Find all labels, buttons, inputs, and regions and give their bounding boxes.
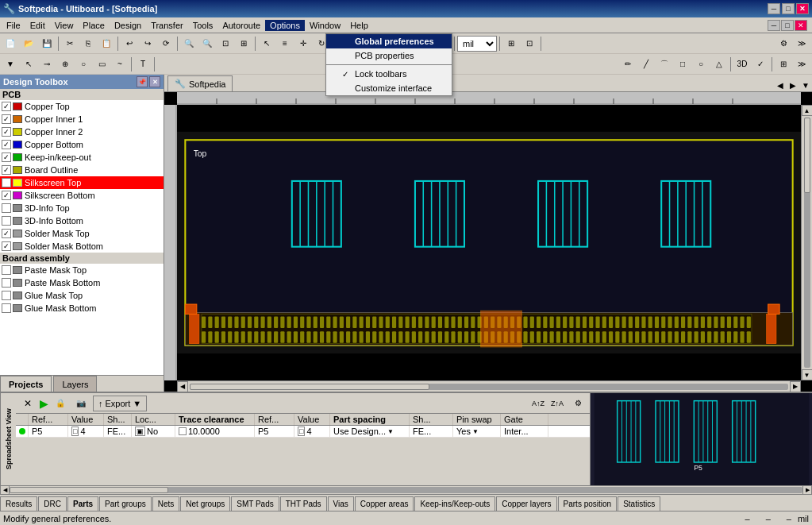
layer-glue-mask-bottom[interactable]: Glue Mask Bottom bbox=[0, 302, 164, 315]
unit-select[interactable]: mil mm bbox=[457, 36, 497, 52]
canvas-left-arrow[interactable]: ◀ bbox=[774, 79, 787, 91]
tb-undo[interactable]: ↩ bbox=[121, 35, 138, 52]
ss-scroll-left[interactable]: ◀ bbox=[0, 485, 10, 495]
menu-edit[interactable]: Edit bbox=[25, 20, 50, 31]
layer-board-outline[interactable]: ✓ Board Outline bbox=[0, 164, 164, 176]
tb-open[interactable]: 📂 bbox=[20, 35, 37, 52]
tb2-poly[interactable]: △ bbox=[710, 56, 728, 73]
btab-parts[interactable]: Parts bbox=[67, 496, 98, 511]
btab-statistics[interactable]: Statistics bbox=[618, 496, 660, 511]
checkbox-keepin[interactable]: ✓ bbox=[2, 152, 11, 162]
scroll-right-button[interactable]: ▶ bbox=[790, 381, 801, 392]
tb2-3d[interactable]: 3D bbox=[733, 56, 751, 73]
canvas-menu-arrow[interactable]: ▼ bbox=[799, 79, 812, 91]
checkbox-copper-bottom[interactable]: ✓ bbox=[2, 140, 11, 149]
menu-tools[interactable]: Tools bbox=[188, 20, 218, 31]
layer-silkscreen-top[interactable]: ✓ Silkscreen Top bbox=[0, 176, 164, 189]
checkbox-silkscreen-bottom[interactable]: ✓ bbox=[2, 191, 11, 200]
layer-paste-mask-top[interactable]: Paste Mask Top bbox=[0, 264, 164, 276]
btab-tht-pads[interactable]: THT Pads bbox=[280, 496, 327, 511]
btab-parts-position[interactable]: Parts position bbox=[558, 496, 618, 511]
scroll-left-button[interactable]: ◀ bbox=[177, 381, 188, 392]
tb2-rect[interactable]: □ bbox=[674, 56, 691, 73]
checkbox-solder-mask-bottom[interactable]: ✓ bbox=[2, 241, 11, 251]
layer-copper-bottom[interactable]: ✓ Copper Bottom bbox=[0, 138, 164, 151]
tb-extra1[interactable]: ⚙ bbox=[775, 35, 792, 52]
btab-copper-layers[interactable]: Copper layers bbox=[496, 496, 556, 511]
menu-view[interactable]: View bbox=[50, 20, 79, 31]
toolbox-close-button[interactable]: ✕ bbox=[149, 76, 160, 87]
checkbox-solder-mask-top[interactable]: ✓ bbox=[2, 229, 11, 238]
tb-cut[interactable]: ✂ bbox=[61, 35, 79, 52]
tb-new[interactable]: 📄 bbox=[2, 35, 19, 52]
ss-sort-az[interactable]: A↑Z bbox=[529, 395, 547, 412]
ss-scroll-thumb[interactable] bbox=[10, 487, 168, 493]
tb-save[interactable]: 💾 bbox=[38, 35, 56, 52]
checkbox-paste-mask-bottom[interactable] bbox=[2, 278, 11, 288]
tb-refresh[interactable]: ⟳ bbox=[157, 35, 175, 52]
tb2-route[interactable]: ~ bbox=[111, 56, 129, 73]
btab-net-groups[interactable]: Net groups bbox=[180, 496, 230, 511]
sub-close-button[interactable]: ✕ bbox=[795, 20, 807, 31]
tb2-filter[interactable]: ▼ bbox=[2, 56, 19, 73]
dropdown-pcb-properties[interactable]: PCB properties bbox=[326, 48, 452, 63]
checkbox-silkscreen-top[interactable]: ✓ bbox=[2, 178, 11, 187]
ss-sort-za[interactable]: Z↑A bbox=[548, 395, 566, 412]
layer-copper-top[interactable]: ✓ Copper Top bbox=[0, 100, 164, 113]
scroll-up-button[interactable]: ▲ bbox=[802, 105, 813, 116]
dropdown-global-preferences[interactable]: Global preferences bbox=[326, 34, 452, 48]
scroll-thumb-h[interactable] bbox=[190, 384, 429, 390]
spreadsheet-view-label[interactable]: Spreadsheet View bbox=[0, 393, 16, 485]
checkbox-3d-bottom[interactable] bbox=[2, 216, 11, 226]
scroll-thumb-v[interactable] bbox=[804, 118, 810, 193]
tb-zoom-select[interactable]: ⊞ bbox=[235, 35, 252, 52]
btab-copper-areas[interactable]: Copper areas bbox=[355, 496, 414, 511]
ss-camera-button[interactable]: 📷 bbox=[72, 395, 90, 412]
menu-transfer[interactable]: Transfer bbox=[146, 20, 188, 31]
btab-smt-pads[interactable]: SMT Pads bbox=[231, 496, 279, 511]
tb-snap[interactable]: ⊡ bbox=[521, 35, 538, 52]
toolbox-pin-button[interactable]: 📌 bbox=[137, 76, 148, 87]
scroll-track-v[interactable] bbox=[804, 118, 810, 368]
layer-keepin[interactable]: ✓ Keep-in/keep-out bbox=[0, 151, 164, 164]
layer-solder-mask-top[interactable]: ✓ Solder Mask Top bbox=[0, 227, 164, 240]
ss-scrollbar-h[interactable]: ◀ ▶ bbox=[0, 485, 812, 495]
btab-keepins-keepouts[interactable]: Keep-ins/Keep-outs bbox=[414, 496, 495, 511]
menu-help[interactable]: Help bbox=[345, 20, 373, 31]
tb2-text[interactable]: T bbox=[134, 56, 152, 73]
close-button[interactable]: ✕ bbox=[796, 3, 809, 14]
canvas-tab-softpedia[interactable]: 🔧 Softpedia bbox=[167, 75, 233, 91]
layer-copper-inner1[interactable]: ✓ Copper Inner 1 bbox=[0, 113, 164, 125]
tb2-ptr[interactable]: ↖ bbox=[20, 56, 37, 73]
layer-copper-inner2[interactable]: ✓ Copper Inner 2 bbox=[0, 125, 164, 138]
scrollbar-v[interactable]: ▲ ▼ bbox=[801, 105, 812, 380]
checkbox-board-outline[interactable]: ✓ bbox=[2, 165, 11, 175]
btab-part-groups[interactable]: Part groups bbox=[99, 496, 152, 511]
pcb-canvas[interactable]: Top ◀ ▶ ▲ bbox=[164, 92, 812, 392]
tb2-via[interactable]: ⊕ bbox=[56, 56, 74, 73]
menu-window[interactable]: Window bbox=[305, 20, 345, 31]
tb-select[interactable]: ↖ bbox=[258, 35, 275, 52]
layer-paste-mask-bottom[interactable]: Paste Mask Bottom bbox=[0, 276, 164, 289]
menu-design[interactable]: Design bbox=[110, 20, 146, 31]
minimize-button[interactable]: ─ bbox=[768, 3, 780, 14]
tb2-circle[interactable]: ○ bbox=[692, 56, 710, 73]
checkbox-copper-top[interactable]: ✓ bbox=[2, 102, 11, 111]
scroll-track-h[interactable] bbox=[190, 384, 788, 390]
checkbox-copper-inner1[interactable]: ✓ bbox=[2, 114, 11, 124]
layer-3d-top[interactable]: 3D-Info Top bbox=[0, 202, 164, 214]
ss-scroll-track[interactable] bbox=[10, 487, 802, 493]
btab-results[interactable]: Results bbox=[0, 496, 37, 511]
tab-projects[interactable]: Projects bbox=[0, 376, 52, 392]
tb2-net[interactable]: ⊸ bbox=[38, 56, 56, 73]
tb2-right1[interactable]: ⊞ bbox=[775, 56, 792, 73]
menu-file[interactable]: File bbox=[2, 20, 25, 31]
checkbox-copper-inner2[interactable]: ✓ bbox=[2, 127, 11, 137]
tab-layers[interactable]: Layers bbox=[53, 376, 97, 392]
tb-filter[interactable]: ≡ bbox=[276, 35, 294, 52]
layer-3d-bottom[interactable]: 3D-Info Bottom bbox=[0, 214, 164, 227]
scroll-down-button[interactable]: ▼ bbox=[802, 369, 813, 380]
export-button[interactable]: ↑ Export ▼ bbox=[93, 396, 147, 411]
restore-button[interactable]: □ bbox=[782, 3, 795, 14]
ss-close-button[interactable]: ✕ bbox=[19, 395, 37, 412]
